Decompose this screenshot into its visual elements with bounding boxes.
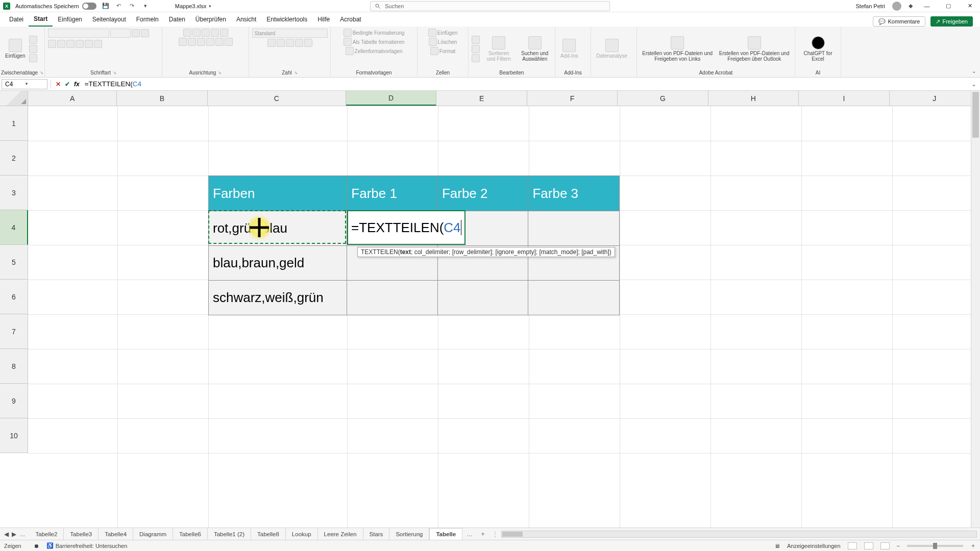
zoom-slider[interactable] xyxy=(907,545,963,547)
align-top-icon[interactable] xyxy=(183,29,191,37)
align-right-icon[interactable] xyxy=(197,38,205,46)
decrease-indent-icon[interactable] xyxy=(206,38,214,46)
share-button[interactable]: ↗ Freigeben xyxy=(930,16,973,27)
align-middle-icon[interactable] xyxy=(192,29,201,37)
cancel-formula-button[interactable]: ✕ xyxy=(56,81,61,88)
name-box[interactable]: C4 ▼ xyxy=(2,79,47,89)
view-page-layout-button[interactable] xyxy=(864,542,873,549)
display-settings-label[interactable]: Anzeigeeinstellungen xyxy=(787,543,841,549)
save-icon[interactable]: 💾 xyxy=(102,2,110,10)
table-cell[interactable] xyxy=(528,281,619,315)
pdf-create-button[interactable]: Erstellen von PDF-Dateien und Freigeben … xyxy=(640,35,715,63)
horizontal-scrollbar[interactable] xyxy=(501,531,977,538)
addins-button[interactable]: Add-Ins xyxy=(558,38,580,60)
display-settings-icon[interactable]: 🖥 xyxy=(774,543,780,549)
column-header-H[interactable]: H xyxy=(708,91,799,106)
decrease-decimal-icon[interactable] xyxy=(304,39,312,47)
avatar[interactable] xyxy=(892,2,901,11)
sheet-tab[interactable]: Tabelle6 xyxy=(173,528,208,540)
increase-decimal-icon[interactable] xyxy=(295,39,303,47)
merge-icon[interactable] xyxy=(225,38,233,46)
border-icon[interactable] xyxy=(76,40,84,48)
sheet-nav-prev-icon[interactable]: ◀ xyxy=(4,531,9,538)
fill-icon[interactable] xyxy=(472,45,480,53)
dialog-launcher-icon[interactable]: ↘ xyxy=(40,70,43,75)
data-analysis-button[interactable]: Datenanalyse xyxy=(594,38,629,60)
format-as-table-button[interactable]: Als Tabelle formatieren xyxy=(344,38,405,46)
document-name[interactable]: Mappe3.xlsx ▾ xyxy=(175,3,211,9)
sheet-tab[interactable]: Tabelle8 xyxy=(251,528,286,540)
font-name-combo[interactable] xyxy=(48,29,109,38)
sheet-tab[interactable]: Leere Zeilen xyxy=(318,528,363,540)
tab-review[interactable]: Überprüfen xyxy=(190,12,231,27)
row-header-1[interactable]: 1 xyxy=(0,106,28,141)
redo-icon[interactable]: ↷ xyxy=(128,2,136,10)
select-all-corner[interactable] xyxy=(0,91,28,106)
increase-font-icon[interactable] xyxy=(132,29,140,37)
table-header[interactable]: Farben xyxy=(209,176,347,211)
sheet-tab[interactable]: Stars xyxy=(363,528,390,540)
view-page-break-button[interactable] xyxy=(880,542,890,549)
tab-formulas[interactable]: Formeln xyxy=(131,12,164,27)
align-center-icon[interactable] xyxy=(188,38,196,46)
insert-cells-button[interactable]: Einfügen xyxy=(428,29,457,37)
sort-filter-button[interactable]: Sortieren und Filtern xyxy=(482,35,516,63)
row-header-3[interactable]: 3 xyxy=(0,176,28,210)
row-header-4[interactable]: 4 xyxy=(0,210,28,245)
sheet-tab[interactable]: Tabelle xyxy=(429,528,462,540)
sheet-nav-next-icon[interactable]: ▶ xyxy=(12,531,16,538)
align-bottom-icon[interactable] xyxy=(202,29,210,37)
view-normal-button[interactable] xyxy=(848,542,857,549)
table-cell[interactable]: rot,grün,blau xyxy=(209,211,347,245)
row-header-10[interactable]: 10 xyxy=(0,418,28,453)
format-cells-button[interactable]: Format xyxy=(430,47,456,55)
dialog-launcher-icon[interactable]: ↘ xyxy=(113,70,116,75)
accessibility-icon[interactable]: ♿ xyxy=(46,542,54,549)
table-cell[interactable] xyxy=(347,281,438,315)
tab-file[interactable]: Datei xyxy=(4,12,29,27)
undo-icon[interactable]: ↶ xyxy=(115,2,123,10)
decrease-font-icon[interactable] xyxy=(141,29,149,37)
expand-formula-bar-button[interactable]: ⌄ xyxy=(968,81,980,88)
spreadsheet-grid[interactable]: ABCDEFGHIJ 12345678910 FarbenFarbe 1Farb… xyxy=(0,91,980,551)
bold-icon[interactable] xyxy=(48,40,56,48)
search-input[interactable]: Suchen xyxy=(370,1,610,11)
column-header-B[interactable]: B xyxy=(117,91,207,106)
fx-icon[interactable]: fx xyxy=(74,81,80,88)
zoom-in-button[interactable]: ＋ xyxy=(970,542,976,549)
diamond-icon[interactable]: ◆ xyxy=(909,3,913,9)
copy-icon[interactable] xyxy=(29,45,37,53)
tab-view[interactable]: Ansicht xyxy=(231,12,261,27)
increase-indent-icon[interactable] xyxy=(215,38,224,46)
macro-record-icon[interactable]: ⏺ xyxy=(34,543,39,549)
row-header-6[interactable]: 6 xyxy=(0,280,28,314)
percent-icon[interactable] xyxy=(277,39,285,47)
cell-styles-button[interactable]: Zellenformatvorlagen xyxy=(346,47,403,55)
table-cell[interactable] xyxy=(438,281,529,315)
table-cell[interactable]: schwarz,weiß,grün xyxy=(209,281,347,315)
ribbon-collapse-button[interactable]: ⌄ xyxy=(968,27,980,77)
wrap-text-icon[interactable] xyxy=(220,29,228,37)
cell-editor[interactable]: =TEXTTEILEN(C4 xyxy=(347,210,465,245)
delete-cells-button[interactable]: Löschen xyxy=(429,38,457,46)
accessibility-label[interactable]: Barrierefreiheit: Untersuchen xyxy=(56,543,128,549)
number-format-combo[interactable]: Standard xyxy=(252,29,328,38)
table-cell[interactable]: blau,braun,geld xyxy=(209,246,347,280)
align-left-icon[interactable] xyxy=(179,38,187,46)
sheet-tab[interactable]: Sortierung xyxy=(389,528,429,540)
table-cell[interactable] xyxy=(528,211,619,245)
minimize-button[interactable]: — xyxy=(920,3,934,10)
zoom-out-button[interactable]: − xyxy=(897,543,900,549)
chatgpt-button[interactable]: ChatGPT for Excel xyxy=(798,35,838,63)
column-header-C[interactable]: C xyxy=(208,91,346,106)
autosum-icon[interactable] xyxy=(472,36,480,44)
tab-help[interactable]: Hilfe xyxy=(312,12,335,27)
column-header-D[interactable]: D xyxy=(346,91,436,106)
column-header-A[interactable]: A xyxy=(28,91,117,106)
accounting-icon[interactable] xyxy=(267,39,276,47)
formula-input[interactable]: =TEXTTEILEN(C4 xyxy=(83,79,968,89)
column-header-J[interactable]: J xyxy=(890,91,980,106)
row-header-9[interactable]: 9 xyxy=(0,384,28,418)
maximize-button[interactable]: ▢ xyxy=(941,3,955,10)
sheet-more-icon[interactable]: … xyxy=(462,531,477,537)
